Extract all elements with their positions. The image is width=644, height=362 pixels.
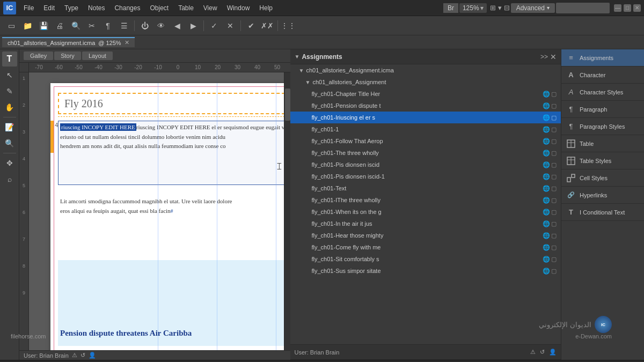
minimize-button[interactable]: — [614, 4, 621, 12]
menu-help[interactable]: Help [255, 3, 277, 13]
tool-type[interactable]: T [2, 51, 17, 67]
style-item-assignments[interactable]: ≡ Assignments [561, 49, 644, 67]
toolbar-frame-icon[interactable]: ▭ [4, 19, 18, 33]
toolbar-pilcrow-icon[interactable]: ¶ [101, 19, 115, 33]
panel-expand-arrow[interactable]: ▼ [295, 54, 300, 60]
menu-changes[interactable]: Changes [110, 3, 144, 13]
bridge-button[interactable]: Br [443, 3, 458, 13]
tree-item-3[interactable]: fly_ch01-1 🌐 ▢ [290, 123, 561, 135]
footer-refresh-icon[interactable]: ↺ [540, 349, 545, 356]
refresh-icon[interactable]: ↺ [80, 352, 85, 359]
text-block[interactable]: riuscing INCOPY EDIT HEREriuscing INCOPY… [60, 123, 290, 151]
menu-table[interactable]: Table [174, 3, 198, 13]
text-block-2[interactable]: Lit amcorti smodigna faccummod magnibh e… [60, 197, 290, 216]
table-styles-icon [566, 156, 576, 166]
toolbar-menu2-icon[interactable]: ⋮⋮ [281, 19, 295, 33]
tool-zoom[interactable]: 🔍 [2, 136, 17, 151]
footer-person-icon[interactable]: 👤 [549, 349, 557, 356]
tree-item-6[interactable]: fly_ch01-Pis dionsen iscid 🌐 ▢ [290, 159, 561, 171]
menu-notes[interactable]: Notes [84, 3, 109, 13]
tab-layout[interactable]: Layout [82, 51, 113, 60]
zoom-dropdown-icon[interactable]: ▾ [480, 4, 484, 12]
tool-select[interactable]: ↖ [2, 68, 17, 83]
tree-label-13: fly_ch01-Come fly with me [312, 244, 541, 250]
tree-item-1[interactable]: fly_ch01-Pension dispute t 🌐 ▢ [290, 100, 561, 112]
tree-item-assignment[interactable]: ▼ ch01_allstories_Assignment [290, 76, 561, 88]
toolbar-hamburger-icon[interactable]: ☰ [117, 19, 131, 33]
menu-view[interactable]: View [199, 3, 222, 13]
tool-pen[interactable]: ✎ [2, 84, 17, 99]
maximize-button[interactable]: □ [624, 4, 631, 12]
tab-story[interactable]: Story [54, 51, 81, 60]
dotted-line [58, 116, 290, 117]
tree-item-7[interactable]: fly_ch01-Pis dionsen iscid-1 🌐 ▢ [290, 171, 561, 182]
style-item-paragraph-styles[interactable]: ¶ Paragraph Styles [561, 118, 644, 135]
tree-item-0[interactable]: fly_ch01-Chapter Title Her 🌐 ▢ [290, 88, 561, 100]
style-item-conditional-text[interactable]: T I Conditional Text [561, 204, 644, 221]
menu-file[interactable]: File [19, 3, 38, 13]
view-icon-3[interactable]: ⊟ [504, 4, 510, 12]
advanced-button[interactable]: Advanced ▾ [511, 3, 555, 13]
tree-item-12[interactable]: fly_ch01-Hear those mighty 🌐 ▢ [290, 230, 561, 241]
tab-galley[interactable]: Galley [24, 51, 53, 60]
tree-item-14[interactable]: fly_ch01-Sit comfortably s 🌐 ▢ [290, 253, 561, 265]
tool-note[interactable]: 📝 [2, 120, 17, 135]
tree-item-9[interactable]: fly_ch01-IThe three wholly 🌐 ▢ [290, 194, 561, 206]
v-scroll-thumb[interactable] [285, 88, 290, 121]
document-tab[interactable]: ch01_allstories_Assignment.icma @ 125% ✕ [2, 37, 135, 47]
style-item-character-styles[interactable]: A Character Styles [561, 84, 644, 101]
tool-move[interactable]: ✥ [2, 156, 17, 171]
view-icon-1[interactable]: ⊞ [490, 4, 496, 12]
text-line2: eriusto od tat nullam dolessi tincil dol… [60, 134, 225, 140]
tree-item-4[interactable]: fly_ch01-Follow That Aerop 🌐 ▢ [290, 135, 561, 147]
toolbar-arrow-left-icon[interactable]: ◀ [170, 19, 184, 33]
vertical-scrollbar[interactable] [284, 72, 290, 360]
tree-item-8[interactable]: fly_ch01-Text 🌐 ▢ [290, 182, 561, 194]
toolbar-check-icon[interactable]: ✓ [207, 19, 221, 33]
panel-close-icon[interactable]: ✕ [550, 53, 557, 61]
panel-menu-icon[interactable]: >> [538, 53, 550, 61]
toolbar-open-icon[interactable]: 📁 [20, 19, 34, 33]
doc-icon-10: ▢ [551, 209, 557, 216]
tree-item-13[interactable]: fly_ch01-Come fly with me 🌐 ▢ [290, 241, 561, 253]
menu-window[interactable]: Window [223, 3, 254, 13]
zoom-control[interactable]: 125% ▾ [459, 3, 487, 13]
person-icon[interactable]: 👤 [89, 352, 96, 359]
toolbar-power-icon[interactable]: ⏻ [138, 19, 152, 33]
search-input[interactable] [556, 3, 610, 13]
tree-item-11[interactable]: fly_ch01-In the air it jus 🌐 ▢ [290, 218, 561, 230]
tool-hand[interactable]: ✋ [2, 100, 17, 115]
toolbar-check2-icon[interactable]: ✔ [244, 19, 258, 33]
style-item-paragraph[interactable]: ¶ Paragraph [561, 101, 644, 118]
tree-item-15[interactable]: fly_ch01-Sus simpor sitate 🌐 ▢ [290, 265, 561, 277]
bottom-headline: Pension dispute threatens Air Caribba [60, 329, 290, 338]
toolbar-arrow-right-icon[interactable]: ▶ [186, 19, 200, 33]
tool-search2[interactable]: ⌕ [2, 172, 17, 187]
styles-panel: ≡ Assignments A Character A Character St… [561, 49, 644, 360]
close-button[interactable]: ✕ [633, 4, 641, 12]
toolbar-eye-icon[interactable]: 👁 [154, 19, 168, 33]
toolbar-scissors-icon[interactable]: ✂ [85, 19, 99, 33]
tree-item-10[interactable]: fly_ch01-When its on the g 🌐 ▢ [290, 206, 561, 218]
doc-tab-close[interactable]: ✕ [125, 39, 129, 46]
style-item-table-styles[interactable]: Table Styles [561, 152, 644, 169]
text-cursor: 𝙸 [276, 161, 283, 172]
style-item-hyperlinks[interactable]: 🔗 Hyperlinks [561, 187, 644, 204]
tree-item-2[interactable]: fly_ch01-Iriuscing el er s 🌐 ▢ [290, 112, 561, 123]
toolbar-search-icon[interactable]: 🔍 [69, 19, 83, 33]
style-item-cell-styles[interactable]: Cell Styles [561, 169, 644, 187]
toolbar-x-icon[interactable]: ✕ [223, 19, 237, 33]
tree-item-5[interactable]: fly_ch01-The three wholly 🌐 ▢ [290, 147, 561, 159]
toolbar-xx-icon[interactable]: ✗✗ [260, 19, 274, 33]
menu-edit[interactable]: Edit [39, 3, 59, 13]
menu-object[interactable]: Object [145, 3, 173, 13]
tree-item-root[interactable]: ▼ ch01_allstories_Assignment.icma [290, 64, 561, 76]
toolbar-save-icon[interactable]: 💾 [36, 19, 50, 33]
footer-warning-icon[interactable]: ⚠ [530, 349, 536, 356]
warning-icon[interactable]: ⚠ [72, 352, 77, 359]
style-item-table[interactable]: Table [561, 135, 644, 152]
style-item-character[interactable]: A Character [561, 67, 644, 84]
view-icon-2[interactable]: ▾ [498, 4, 502, 12]
menu-type[interactable]: Type [60, 3, 83, 13]
toolbar-print-icon[interactable]: 🖨 [53, 19, 67, 33]
